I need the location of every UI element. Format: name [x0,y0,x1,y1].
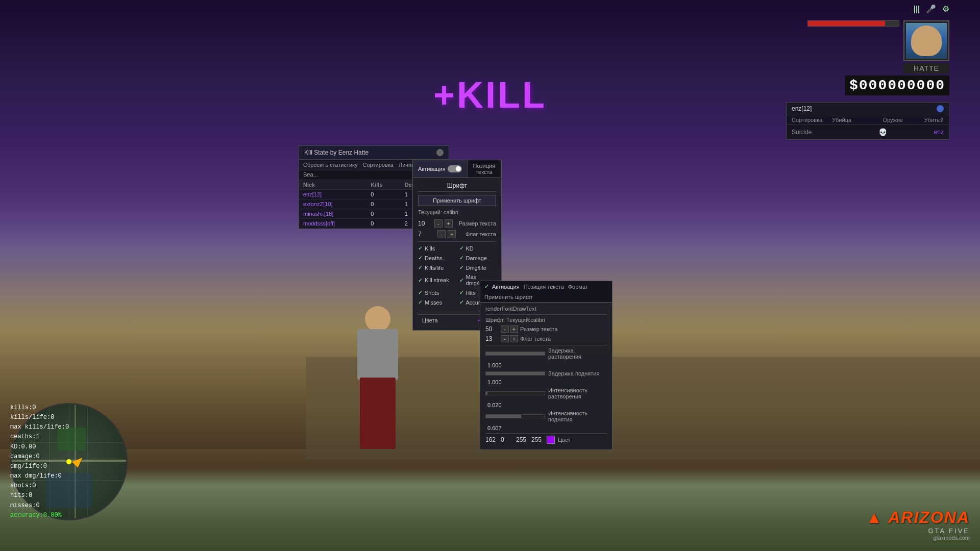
cb-hits-icon: ✓ [459,289,464,296]
cb-kills-life: ✓ Kills/life [418,264,455,271]
flag-decrease-btn[interactable]: - [437,230,446,238]
cb-hits-label: Hits [466,290,476,296]
fade-in-intensity-label: Интенсивность растворения [548,387,607,399]
render-size-increase[interactable]: + [510,325,518,333]
col-nick: Nick [299,180,366,190]
render-size-value: 50 [485,325,501,333]
activation-toggle[interactable] [448,165,462,172]
render-apply-font-tab[interactable]: Применить шрифт [484,294,533,300]
color-r: 162 [485,436,501,443]
kill-feed-player-name: enz[12] [792,105,812,112]
render-position-tab[interactable]: Позиция текста [524,284,564,290]
cb-damage-icon: ✓ [459,255,464,261]
col-weapon-label: Оружие [873,117,913,123]
arizona-brand-text: ▲ ARIZONA [866,508,970,527]
stat-misses: misses:0 [10,501,69,511]
fade-in-label: Задержка растворения [548,347,607,360]
sort-button[interactable]: Сортировка [363,162,394,168]
render-popup-header: ✓ Активация Позиция текста Формат Примен… [480,281,612,303]
color-g: 0 [501,436,516,443]
size-increase-btn[interactable]: + [445,219,453,228]
reset-stats-button[interactable]: Сбросить статистику [303,162,358,168]
stat-deaths: deaths:1 [10,432,69,442]
player-nick-0[interactable]: enz[12] [299,190,366,199]
fade-in-intensity-row: Интенсивность растворения [485,387,607,399]
cb-deaths-label: Deaths [425,255,443,261]
flag-increase-btn[interactable]: + [448,230,456,238]
cb-kd-icon: ✓ [459,245,464,252]
arizona-logo: ▲ ARIZONA GTA FIVE gtaxmods.com [866,508,970,541]
cb-max-dmg-icon: ✓ [459,277,464,284]
player-nick-1[interactable]: extonzZ[10] [299,199,366,209]
kill-state-close-button[interactable] [436,149,444,156]
stat-accuracy: accuracy:0.00% [10,511,69,520]
kill-feed-panel: enz[12] Сортировка Убийца Оружие Убитый … [786,102,949,140]
kill-feed-header: enz[12] [787,103,949,115]
color-swatch[interactable] [547,436,555,444]
cb-kd-label: KD [466,245,474,252]
position-tab[interactable]: Позиция текста [468,160,501,178]
player-avatar [903,20,949,61]
render-func-label: renderFontDrawText [485,306,607,312]
arizona-website: gtaxmods.com [933,535,970,541]
render-divider1 [485,314,607,315]
render-flag-decrease[interactable]: - [501,335,509,342]
skull-icon: 💀 [878,128,887,136]
text-size-label: Размер текста [459,220,496,227]
size-decrease-btn[interactable]: - [434,219,443,228]
player-kills-3: 0 [366,219,400,229]
player-nick-2[interactable]: minoshi.[18] [299,209,366,219]
render-size-controls: - + [501,325,518,333]
fade-out-intensity-row: Интенсивность поднятия [485,410,607,422]
kill-feed-close-button[interactable] [937,105,944,112]
cb-dmg-life: ✓ Dmg/life [459,264,497,271]
render-size-row: 50 - + Размер текста [485,325,607,333]
stat-kills-life: kills/life:0 [10,413,69,422]
render-activation-check: ✓ [484,283,489,290]
cb-damage: ✓ Damage [459,255,497,261]
cb-kills: ✓ Kills [418,245,455,252]
activation-tab[interactable]: Активация [413,160,468,178]
arizona-icon: ▲ [866,508,888,527]
stat-hits: hits:0 [10,491,69,500]
cb-kill-streak: ✓ Kill streak [418,274,455,286]
player-kills-0: 0 [366,190,400,199]
render-activation-tab[interactable]: Активация [492,284,520,290]
cb-deaths-icon: ✓ [418,255,423,261]
cb-kills-icon: ✓ [418,245,423,252]
render-popup-body: renderFontDrawText Шрифт. Текущий:calibr… [480,303,612,449]
stat-max-kills-life: max kills/life:0 [10,422,69,432]
kf-killed-0: enz [913,129,944,136]
cb-deaths: ✓ Deaths [418,255,455,261]
kill-notification: +KILL [433,74,547,116]
render-font-row: Шрифт. Текущий:calibri [485,317,607,323]
color-b: 255 [516,436,531,443]
cb-kill-streak-icon: ✓ [418,277,423,284]
flag-row: 7 - + Флаг текста [418,230,496,238]
current-font-label: Текущий: calibri [418,209,496,215]
fade-in-intensity-slider[interactable] [485,391,545,395]
cb-kills-life-icon: ✓ [418,264,423,271]
color-label: Цвет [558,437,607,443]
fade-in-slider[interactable] [485,352,545,356]
render-format-tab[interactable]: Формат [568,284,588,290]
render-flag-controls: - + [501,335,518,342]
flag-controls: - + [437,230,456,238]
player-nick-3[interactable]: moddsss[off] [299,219,366,229]
text-size-value: 10 [418,220,428,227]
render-size-decrease[interactable]: - [501,325,509,333]
apply-font-button[interactable]: Применить шрифт [418,195,496,206]
player-kills-1: 0 [366,199,400,209]
render-font-popup: ✓ Активация Позиция текста Формат Примен… [480,281,612,450]
cb-kills-label: Kills [425,245,435,252]
col-kills: Kills [366,180,400,190]
settings-icon: ⚙ [942,4,949,14]
fade-out-intensity-value: 0.607 [487,425,607,431]
kill-feed-subheader: Сортировка Убийца Оружие Убитый [787,115,949,125]
fade-out-intensity-slider[interactable] [485,414,545,418]
render-flag-increase[interactable]: + [510,335,518,342]
cb-kill-streak-label: Kill streak [425,277,449,283]
fade-out-slider[interactable] [485,371,545,375]
cb-misses-icon: ✓ [418,299,423,306]
kf-row-0: Suicide 💀 enz [792,127,944,137]
